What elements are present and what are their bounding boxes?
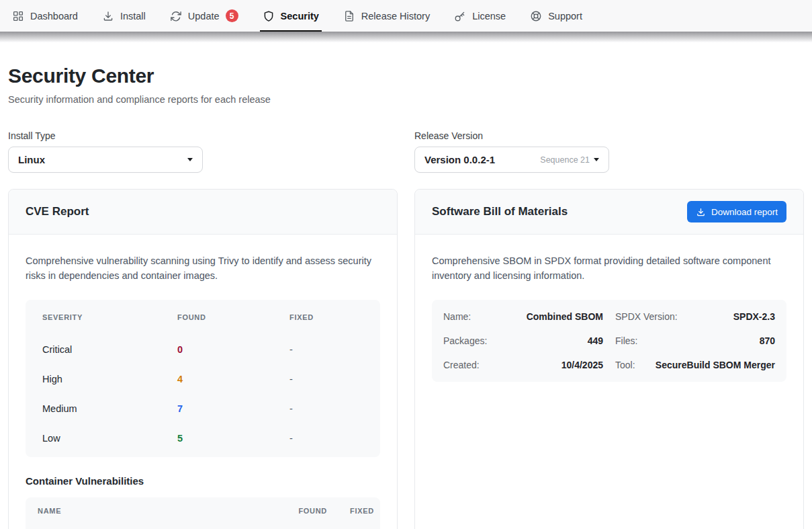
severity-label: Low: [42, 433, 177, 444]
found-value: 4: [177, 374, 289, 384]
detail-label: Files:: [615, 335, 637, 346]
nav-item-dashboard[interactable]: Dashboard: [0, 0, 90, 32]
sbom-detail-created: Created: 10/4/2025: [443, 353, 603, 377]
found-value: 7: [177, 403, 289, 414]
fixed-value: -: [289, 403, 380, 414]
install-type-filter: Install Type Linux: [8, 130, 398, 173]
nav-item-license[interactable]: License: [442, 0, 518, 32]
nav-label-security: Security: [281, 11, 319, 22]
caret-down-icon: [187, 158, 193, 161]
container-vulnerabilities-table: NAME FOUND FIXED: [26, 497, 380, 529]
sbom-detail-tool: Tool: SecureBuild SBOM Merger: [615, 353, 775, 377]
download-icon: [696, 207, 706, 217]
detail-value: Combined SBOM: [527, 311, 603, 322]
fixed-value: -: [289, 344, 380, 355]
release-version-filter: Release Version Version 0.0.2-1 Sequence…: [414, 130, 804, 173]
nav-label-install: Install: [120, 11, 146, 22]
install-type-label: Install Type: [8, 130, 398, 141]
sbom-card-title: Software Bill of Materials: [432, 205, 568, 218]
nav-item-install[interactable]: Install: [90, 0, 158, 32]
severity-label: High: [42, 374, 177, 384]
severity-label: Critical: [42, 344, 177, 355]
sbom-card-body: Comprehensive SBOM in SPDX format provid…: [415, 235, 803, 399]
detail-label: Packages:: [443, 335, 487, 346]
detail-value: SecureBuild SBOM Merger: [656, 360, 775, 370]
nav-label-support: Support: [548, 11, 582, 22]
nav-label-release-history: Release History: [361, 11, 430, 22]
found-col-header: FOUND: [267, 507, 327, 515]
nav-label-license: License: [472, 11, 506, 22]
release-version-select[interactable]: Version 0.0.2-1 Sequence 21: [414, 147, 609, 173]
sbom-detail-spdx-version: SPDX Version: SPDX-2.3: [615, 304, 775, 329]
cve-card-title: CVE Report: [26, 205, 89, 218]
nav-item-support[interactable]: Support: [518, 0, 594, 32]
detail-value: SPDX-2.3: [733, 311, 775, 322]
key-icon: [454, 10, 466, 22]
nav-item-update[interactable]: Update 5: [158, 0, 251, 32]
sbom-card-header: Software Bill of Materials Download repo…: [415, 190, 803, 235]
found-value: 0: [177, 344, 289, 355]
detail-label: SPDX Version:: [615, 311, 678, 322]
fixed-col-header: FIXED: [289, 313, 380, 321]
download-report-label: Download report: [711, 207, 778, 217]
sbom-description: Comprehensive SBOM in SPDX format provid…: [432, 253, 786, 283]
found-value: 5: [177, 433, 289, 444]
sbom-detail-name: Name: Combined SBOM: [443, 304, 603, 329]
detail-label: Name:: [443, 311, 471, 322]
fixed-value: -: [289, 374, 380, 384]
cve-card-header: CVE Report: [9, 190, 397, 235]
cards-row: CVE Report Comprehensive vulnerability s…: [8, 189, 804, 529]
severity-table-header: SEVERITY FOUND FIXED: [26, 300, 380, 335]
table-row-low: Low 5 -: [26, 423, 380, 453]
nav-item-release-history[interactable]: Release History: [331, 0, 442, 32]
detail-value: 870: [760, 335, 775, 346]
filters-row: Install Type Linux Release Version Versi…: [8, 130, 804, 173]
sbom-detail-packages: Packages: 449: [443, 329, 603, 353]
fixed-value: -: [289, 433, 380, 444]
found-col-header: FOUND: [177, 313, 289, 321]
download-icon: [102, 10, 114, 22]
cve-report-card: CVE Report Comprehensive vulnerability s…: [8, 189, 398, 529]
container-table-header: NAME FOUND FIXED: [26, 497, 380, 524]
release-sequence-label: Sequence 21: [540, 155, 590, 165]
severity-col-header: SEVERITY: [42, 313, 177, 321]
detail-label: Created:: [443, 360, 480, 370]
detail-label: Tool:: [615, 360, 635, 370]
sbom-details-grid: Name: Combined SBOM SPDX Version: SPDX-2…: [432, 300, 786, 382]
refresh-icon: [170, 10, 182, 22]
severity-table: SEVERITY FOUND FIXED Critical 0 - High 4…: [26, 300, 380, 457]
document-icon: [343, 10, 355, 22]
nav-label-update: Update: [188, 11, 220, 22]
lifebuoy-icon: [530, 10, 542, 22]
severity-label: Medium: [42, 403, 177, 414]
release-version-label: Release Version: [414, 130, 804, 141]
main-content: Security Center Security information and…: [0, 65, 812, 529]
page-title: Security Center: [8, 65, 804, 87]
install-type-value: Linux: [18, 154, 45, 165]
update-count-badge: 5: [226, 9, 238, 22]
sbom-card: Software Bill of Materials Download repo…: [414, 189, 804, 529]
install-type-select[interactable]: Linux: [8, 147, 203, 173]
release-version-value: Version 0.0.2-1: [424, 154, 495, 165]
download-report-button[interactable]: Download report: [687, 201, 786, 222]
cve-card-body: Comprehensive vulnerability scanning usi…: [9, 235, 397, 529]
container-vulnerabilities-title: Container Vulnerabilities: [26, 475, 380, 487]
page-subtitle: Security information and compliance repo…: [8, 94, 804, 105]
caret-down-icon: [594, 158, 599, 161]
table-row-medium: Medium 7 -: [26, 394, 380, 423]
top-navigation: Dashboard Install Update 5 Security Rele…: [0, 0, 812, 32]
nav-item-security[interactable]: Security: [251, 0, 331, 32]
detail-value: 449: [588, 335, 603, 346]
detail-value: 10/4/2025: [561, 360, 603, 370]
table-row-critical: Critical 0 -: [26, 335, 380, 364]
shield-icon: [263, 10, 275, 22]
name-col-header: NAME: [38, 507, 267, 515]
table-row-high: High 4 -: [26, 364, 380, 394]
nav-label-dashboard: Dashboard: [30, 11, 78, 22]
grid-icon: [12, 10, 24, 22]
cve-description: Comprehensive vulnerability scanning usi…: [26, 253, 380, 283]
nav-scroll-shadow: [0, 32, 812, 42]
fixed-col-header: FIXED: [327, 507, 374, 515]
sbom-detail-files: Files: 870: [615, 329, 775, 353]
